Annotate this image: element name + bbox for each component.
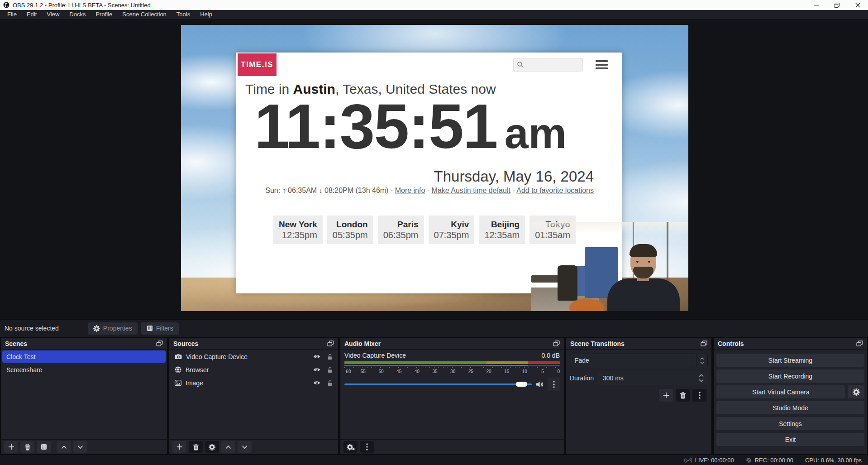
scenes-dock: Scenes Clock Test Screenshare: [1, 338, 167, 454]
live-broadcast-icon: [684, 457, 692, 464]
restore-button[interactable]: [826, 0, 847, 10]
volume-slider[interactable]: [344, 384, 532, 385]
make-default-link[interactable]: Make Austin time default: [432, 187, 510, 194]
remove-source-button[interactable]: [189, 441, 203, 453]
popout-icon[interactable]: [856, 340, 863, 346]
dock-row: Scenes Clock Test Screenshare Sources: [0, 337, 868, 455]
meter-tick-label: -35: [431, 369, 437, 374]
transitions-title: Scene Transitions: [570, 340, 625, 347]
visibility-eye-icon[interactable]: [313, 380, 320, 385]
source-item-image[interactable]: Image: [171, 377, 337, 389]
menu-docks[interactable]: Docks: [64, 10, 91, 19]
add-scene-button[interactable]: [4, 441, 18, 453]
audio-mixer-dock: Audio Mixer Video Capture Device 0.0 dB …: [340, 338, 564, 454]
move-source-up-button[interactable]: [221, 441, 235, 453]
scene-filters-button[interactable]: [37, 441, 51, 453]
exit-button[interactable]: Exit: [716, 433, 864, 446]
combobox-arrows-icon: [696, 354, 707, 367]
mixer-channel-menu-button[interactable]: [548, 378, 560, 391]
search-box[interactable]: [513, 58, 583, 72]
popout-icon[interactable]: [156, 340, 163, 346]
source-properties-button[interactable]: [205, 441, 219, 453]
source-item-video-capture[interactable]: Video Capture Device: [171, 350, 337, 363]
source-context-bar: No source selected Properties Filters: [0, 319, 868, 337]
move-source-down-button[interactable]: [238, 441, 252, 453]
spin-down-icon: [699, 379, 704, 382]
add-source-button[interactable]: [172, 441, 186, 453]
city-tile-london[interactable]: London05:35pm: [327, 216, 373, 244]
scene-transitions-dock: Scene Transitions Fade Duration 300 ms: [566, 338, 711, 454]
menu-file[interactable]: File: [2, 10, 22, 19]
hamburger-menu-icon[interactable]: [596, 60, 608, 69]
duration-spinbox[interactable]: 300 ms: [598, 371, 708, 385]
world-cities-row: New York12:35pm London05:35pm Paris06:35…: [273, 216, 576, 244]
remove-transition-button[interactable]: [676, 389, 690, 402]
close-button[interactable]: [847, 0, 868, 10]
popout-icon[interactable]: [327, 340, 334, 346]
minimize-button[interactable]: [806, 0, 826, 10]
scene-item-screenshare[interactable]: Screenshare: [2, 364, 166, 376]
lock-icon[interactable]: [327, 367, 333, 373]
start-virtual-camera-button[interactable]: Start Virtual Camera: [716, 385, 845, 398]
menu-help[interactable]: Help: [195, 10, 217, 19]
lock-icon[interactable]: [327, 380, 333, 386]
properties-button[interactable]: Properties: [88, 322, 138, 335]
settings-button[interactable]: Settings: [716, 417, 864, 430]
meter-tick-label: -45: [395, 369, 401, 374]
person-head: [630, 246, 656, 278]
meter-tick-label: -60: [344, 369, 351, 374]
transition-select[interactable]: Fade: [570, 354, 708, 367]
more-info-link[interactable]: More info: [395, 187, 425, 194]
remove-scene-button[interactable]: [20, 441, 34, 453]
city-tile-new-york[interactable]: New York12:35pm: [273, 216, 323, 244]
studio-mode-button[interactable]: Studio Mode: [716, 401, 864, 414]
add-favorite-link[interactable]: Add to favorite locations: [516, 187, 594, 194]
advanced-audio-properties-button[interactable]: [343, 441, 358, 453]
menu-bar: File Edit View Docks Profile Scene Colle…: [0, 10, 868, 19]
status-bar: LIVE: 00:00:00 REC: 00:00:00 CPU: 0.6%, …: [0, 455, 868, 465]
meter-tick-label: -55: [359, 369, 365, 374]
popout-icon[interactable]: [553, 340, 560, 346]
volume-slider-handle[interactable]: [516, 382, 527, 387]
window-controls: [806, 0, 868, 10]
current-date: Thursday, May 16, 2024: [434, 168, 594, 185]
meter-tick-label: -40: [413, 369, 419, 374]
controls-title: Controls: [718, 340, 744, 347]
record-icon: [746, 457, 752, 463]
start-recording-button[interactable]: Start Recording: [716, 369, 864, 383]
camera-icon: [175, 354, 182, 360]
visibility-eye-icon[interactable]: [313, 367, 320, 372]
sun-info-line: Sun: ↑ 06:35AM ↓ 08:20PM (13h 46m) - Mor…: [265, 187, 594, 195]
menu-edit[interactable]: Edit: [22, 10, 42, 19]
person-eye: [636, 261, 639, 263]
city-tile-paris[interactable]: Paris06:35pm: [378, 216, 424, 244]
scene-item-clock-test[interactable]: Clock Test: [2, 350, 166, 363]
start-streaming-button[interactable]: Start Streaming: [716, 354, 864, 367]
duration-label: Duration: [570, 374, 594, 382]
menu-tools[interactable]: Tools: [172, 10, 195, 19]
lock-icon[interactable]: [327, 354, 333, 360]
popout-icon[interactable]: [701, 340, 707, 346]
menu-profile[interactable]: Profile: [91, 10, 117, 19]
transition-menu-button[interactable]: [692, 389, 706, 402]
source-item-browser[interactable]: Browser: [171, 364, 337, 376]
webcam-overlay[interactable]: [531, 222, 688, 311]
meter-tick-label: -25: [467, 369, 473, 374]
move-scene-down-button[interactable]: [73, 441, 87, 453]
mixer-level-db: 0.0 dB: [542, 352, 560, 359]
menu-scene-collection[interactable]: Scene Collection: [117, 10, 172, 19]
person-beard: [633, 267, 653, 278]
virtual-camera-settings-button[interactable]: [848, 385, 864, 398]
move-scene-up-button[interactable]: [57, 441, 71, 453]
speaker-icon[interactable]: [536, 381, 544, 388]
filters-button[interactable]: Filters: [141, 322, 179, 335]
sources-title: Sources: [173, 340, 198, 347]
city-tile-kyiv[interactable]: Kyiv07:35pm: [429, 216, 475, 244]
mixer-menu-button[interactable]: [360, 441, 374, 453]
add-transition-button[interactable]: [659, 389, 673, 402]
city-tile-beijing[interactable]: Beijing12:35am: [479, 216, 525, 244]
scene-canvas[interactable]: TIME.IS Time in Austin, Texas, United St…: [181, 25, 688, 311]
menu-view[interactable]: View: [42, 10, 64, 19]
webcam-chair: [558, 265, 577, 301]
visibility-eye-icon[interactable]: [313, 354, 320, 359]
